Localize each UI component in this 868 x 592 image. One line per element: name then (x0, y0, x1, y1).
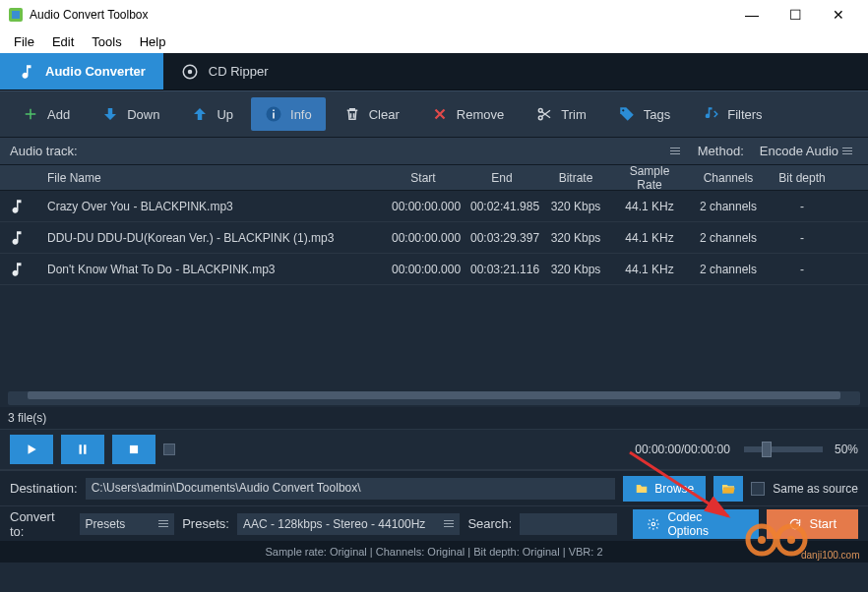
menu-help[interactable]: Help (132, 32, 174, 51)
browse-button[interactable]: Browse (623, 476, 706, 502)
destination-label: Destination: (10, 481, 78, 496)
same-as-source-checkbox[interactable] (751, 482, 765, 496)
toolbar-label: Down (127, 107, 159, 122)
tab-label: Audio Converter (45, 64, 146, 79)
cell-depth: - (768, 263, 837, 276)
cell-sample: 44.1 KHz (610, 263, 689, 276)
cell-start: 00:00:00.000 (384, 231, 463, 245)
svg-point-7 (622, 109, 624, 111)
file-count: 3 file(s) (0, 407, 868, 429)
refresh-icon (788, 517, 802, 531)
close-button[interactable]: ✕ (817, 0, 860, 30)
audio-track-select[interactable] (89, 142, 660, 161)
svg-point-3 (188, 70, 191, 73)
method-value: Encode Audio (760, 144, 838, 158)
table-row[interactable]: DDU-DU DDU-DU(Korean Ver.) - BLACKPINK (… (0, 222, 868, 254)
col-sample-rate[interactable]: Sample Rate (610, 164, 689, 192)
hamburger-icon[interactable] (670, 148, 680, 154)
col-bitrate[interactable]: Bitrate (541, 171, 610, 185)
col-filename[interactable]: File Name (39, 171, 384, 185)
play-icon (25, 443, 38, 456)
playback-bar: 00:00:00/00:00:00 50% (0, 429, 868, 470)
cell-channels: 2 channels (689, 263, 768, 276)
info-button[interactable]: Info (251, 97, 326, 131)
browse-label: Browse (654, 482, 694, 496)
h-scrollbar[interactable] (8, 391, 860, 405)
remove-button[interactable]: Remove (417, 97, 518, 131)
table-header: File Name Start End Bitrate Sample Rate … (0, 165, 868, 191)
toolbar-label: Filters (727, 107, 762, 122)
cell-name: DDU-DU DDU-DU(Korean Ver.) - BLACKPINK (… (39, 231, 384, 245)
status-bar: Sample rate: Original | Channels: Origin… (0, 541, 868, 562)
toolbar: Add Down Up Info Clear Remove Trim Tags … (0, 90, 868, 138)
menubar: File Edit Tools Help (0, 30, 868, 53)
toolbar-label: Tags (644, 107, 670, 122)
cell-end: 00:03:21.116 (463, 263, 541, 276)
destination-field[interactable]: C:\Users\admin\Documents\Audio Convert T… (86, 478, 616, 500)
trim-button[interactable]: Trim (522, 97, 600, 131)
cell-end: 00:03:29.397 (463, 231, 541, 245)
tags-button[interactable]: Tags (604, 97, 684, 131)
method-select[interactable]: Encode Audio (754, 142, 858, 160)
minimize-button[interactable]: — (730, 0, 774, 30)
toolbar-label: Info (290, 107, 312, 122)
cell-end: 00:02:41.985 (463, 200, 541, 213)
hamburger-icon (444, 520, 454, 527)
maximize-button[interactable]: ☐ (774, 0, 817, 30)
codec-options-label: Codec Options (668, 510, 745, 538)
menu-edit[interactable]: Edit (44, 32, 82, 51)
tag-icon (618, 105, 636, 123)
up-button[interactable]: Up (177, 97, 247, 131)
play-button[interactable] (10, 435, 53, 464)
info-icon (265, 105, 282, 123)
hamburger-icon (842, 148, 852, 154)
tab-label: CD Ripper (209, 64, 269, 79)
cell-bitrate: 320 Kbps (541, 263, 610, 276)
preset-select[interactable]: AAC - 128kbps - Stereo - 44100Hz (237, 513, 461, 535)
filter-icon (702, 105, 719, 123)
col-start[interactable]: Start (384, 171, 463, 185)
presets-name-select[interactable]: Presets (80, 513, 175, 535)
table-row[interactable]: Crazy Over You - BLACKPINK.mp3 00:00:00.… (0, 191, 868, 222)
trash-icon (343, 105, 361, 123)
down-button[interactable]: Down (88, 97, 173, 131)
cd-icon (181, 63, 199, 81)
hamburger-icon (158, 520, 168, 527)
open-folder-button[interactable] (713, 476, 743, 502)
clear-button[interactable]: Clear (330, 97, 413, 131)
add-button[interactable]: Add (8, 97, 84, 131)
music-note-icon (8, 261, 26, 278)
toolbar-label: Add (47, 107, 70, 122)
audio-track-label: Audio track: (10, 144, 79, 158)
svg-rect-1 (12, 11, 20, 19)
tab-audio-converter[interactable]: Audio Converter (0, 53, 163, 89)
cell-sample: 44.1 KHz (610, 200, 689, 213)
arrow-up-icon (191, 105, 209, 123)
arrow-down-icon (101, 105, 119, 123)
music-note-icon (8, 229, 26, 247)
menu-tools[interactable]: Tools (84, 32, 129, 51)
table-row[interactable]: Don't Know What To Do - BLACKPINK.mp3 00… (0, 254, 868, 285)
volume-slider[interactable] (744, 446, 823, 452)
pause-button[interactable] (61, 435, 104, 464)
tab-cd-ripper[interactable]: CD Ripper (163, 53, 286, 89)
toolbar-label: Clear (369, 107, 400, 122)
table-body: Crazy Over You - BLACKPINK.mp3 00:00:00.… (0, 191, 868, 387)
presets-caption: Presets: (182, 516, 229, 531)
cell-name: Crazy Over You - BLACKPINK.mp3 (39, 200, 384, 213)
method-label: Method: (698, 144, 744, 158)
svg-point-9 (651, 522, 654, 525)
stop-button[interactable] (112, 435, 155, 464)
col-channels[interactable]: Channels (689, 171, 768, 185)
music-note-icon (8, 198, 26, 215)
start-button[interactable]: Start (767, 509, 858, 539)
filters-button[interactable]: Filters (688, 97, 775, 131)
seek-knob[interactable] (163, 444, 175, 455)
menu-file[interactable]: File (6, 32, 42, 51)
codec-options-button[interactable]: Codec Options (633, 509, 759, 539)
cell-depth: - (768, 200, 837, 213)
search-input[interactable] (520, 513, 617, 535)
col-bit-depth[interactable]: Bit depth (768, 171, 837, 185)
convert-bar: Convert to: Presets Presets: AAC - 128kb… (0, 505, 868, 541)
col-end[interactable]: End (463, 171, 541, 185)
